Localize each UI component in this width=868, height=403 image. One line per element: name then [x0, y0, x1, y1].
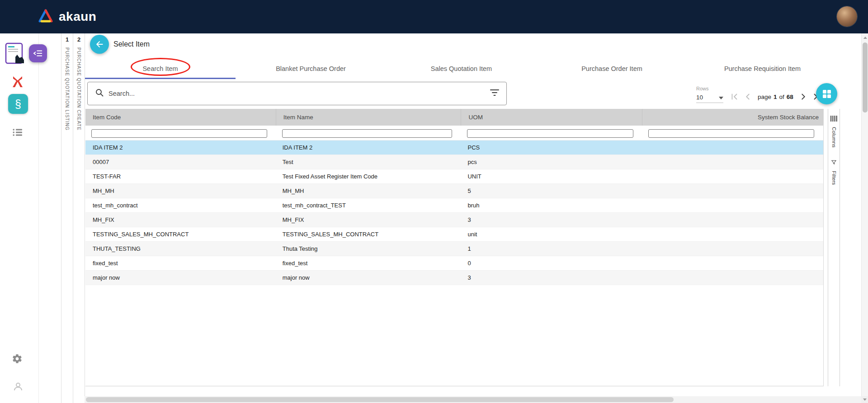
rows-per-page-select[interactable]: 10 [696, 94, 723, 103]
tab-bar: Search ItemBlanket Purchase OrderSales Q… [85, 59, 838, 79]
cell-uom: UNIT [461, 173, 642, 180]
table-tools-panel: Columns Filters [828, 109, 840, 386]
chevron-left-icon [743, 92, 753, 102]
cell-item-code: test_mh_contract [85, 202, 276, 209]
table-row[interactable]: TEST-FARTest Fixed Asset Register Item C… [85, 169, 823, 184]
settings-gear-icon[interactable] [12, 353, 23, 366]
cell-item-name: MH_FIX [276, 216, 462, 223]
brand-logo[interactable]: akaun [38, 9, 96, 24]
cell-item-code: fixed_test [85, 260, 276, 267]
back-button[interactable] [90, 35, 109, 54]
list-icon[interactable] [13, 128, 23, 138]
cell-item-code: major now [85, 274, 276, 281]
main-content: Select Item Search ItemBlanket Purchase … [85, 33, 861, 403]
grid-view-button[interactable] [816, 83, 837, 104]
filter-input-uom[interactable] [467, 129, 633, 138]
filter-cell-uom [461, 126, 642, 140]
table-row[interactable]: MH_FIXMH_FIX3 [85, 213, 823, 227]
tab-blanket-purchase-order[interactable]: Blanket Purchase Order [236, 59, 386, 79]
scroll-down-icon[interactable] [861, 396, 868, 403]
table-row[interactable]: fixed_testfixed_test0 [85, 256, 823, 271]
brand-name: akaun [59, 9, 96, 24]
cell-item-code: THUTA_TESTING [85, 245, 276, 252]
cell-item-name: Test Fixed Asset Register Item Code [276, 173, 462, 180]
account-person-icon[interactable] [13, 381, 24, 394]
tab-purchase-requisition-item[interactable]: Purchase Requisition Item [687, 59, 838, 79]
items-table: Item CodeItem NameUOMSystem Stock Balanc… [85, 109, 824, 386]
cell-uom: unit [461, 231, 642, 238]
cell-item-name: Thuta Testing [276, 245, 462, 252]
arrow-left-icon [95, 40, 104, 49]
cell-item-name: fixed_test [276, 260, 462, 267]
red-app-icon[interactable] [11, 75, 24, 90]
page-indicator: page 1 of 68 [758, 94, 793, 100]
filter-cell-system-stock-balance [642, 126, 823, 140]
filter-input-item-name[interactable] [282, 129, 453, 138]
horizontal-scrollbar[interactable] [85, 396, 861, 403]
table-row[interactable]: test_mh_contracttest_mh_contract_TESTbru… [85, 198, 823, 213]
cell-uom: 1 [461, 245, 642, 252]
workspace-tab-label: PURCHASE QUOTATION LISTING [65, 47, 70, 131]
tab-search-item[interactable]: Search Item [85, 59, 236, 79]
horizontal-scrollbar-thumb[interactable] [86, 397, 674, 402]
columns-toggle[interactable]: Columns [831, 127, 837, 147]
menu-expand-button[interactable] [29, 44, 47, 62]
column-header-uom[interactable]: UOM [461, 109, 642, 126]
section-app-icon[interactable]: § [8, 94, 28, 114]
vertical-scrollbar[interactable] [861, 33, 868, 396]
workspace-tab-number: 1 [66, 36, 69, 43]
previous-page-button[interactable] [742, 91, 753, 102]
pagination-controls: page 1 of 68 [729, 90, 822, 103]
filters-icon[interactable] [831, 159, 837, 167]
search-box [87, 82, 507, 105]
column-header-item-name[interactable]: Item Name [276, 109, 462, 126]
app-thumbnail-icon[interactable] [5, 42, 25, 67]
tab-purchase-order-item[interactable]: Purchase Order Item [537, 59, 687, 79]
column-header-item-code[interactable]: Item Code [85, 109, 276, 126]
total-pages: 68 [787, 94, 793, 100]
workspace-tab-2[interactable]: 2 PURCHASE QUOTATION CREATE [73, 33, 85, 403]
cell-item-code: MH_MH [85, 187, 276, 194]
cell-item-name: test_mh_contract_TEST [276, 202, 462, 209]
table-row[interactable]: THUTA_TESTINGThuta Testing1 [85, 242, 823, 256]
columns-icon[interactable] [830, 115, 837, 123]
top-navbar: akaun [0, 0, 868, 33]
cell-item-name: TESTING_SALES_MH_CONTRACT [276, 231, 462, 238]
rows-per-page-label: Rows [696, 86, 709, 91]
caret-down-icon [719, 94, 723, 101]
table-row[interactable]: IDA ITEM 2IDA ITEM 2PCS [85, 141, 823, 155]
vertical-scrollbar-thumb[interactable] [863, 42, 868, 112]
page: { "navbar": { "brand": "akaun" }, "works… [0, 0, 868, 403]
user-avatar[interactable] [837, 6, 857, 27]
filter-icon[interactable] [490, 89, 499, 98]
table-header-row: Item CodeItem NameUOMSystem Stock Balanc… [85, 109, 823, 126]
tab-sales-quotation-item[interactable]: Sales Quotation Item [386, 59, 537, 79]
workspace-tab-label: PURCHASE QUOTATION CREATE [76, 47, 81, 131]
filter-cell-item-name [276, 126, 462, 140]
next-page-button[interactable] [798, 91, 809, 102]
current-page: 1 [774, 94, 777, 100]
cell-uom: 0 [461, 260, 642, 267]
table-row[interactable]: TESTING_SALES_MH_CONTRACTTESTING_SALES_M… [85, 227, 823, 242]
left-sidebar: § [0, 33, 39, 403]
akaun-triangle-icon [38, 9, 53, 24]
column-header-system-stock-balance[interactable]: System Stock Balance [642, 109, 823, 126]
filters-toggle[interactable]: Filters [831, 171, 837, 185]
table-row[interactable]: MH_MHMH_MH5 [85, 184, 823, 198]
scroll-up-icon[interactable] [862, 34, 868, 41]
workspace-tab-1[interactable]: 1 PURCHASE QUOTATION LISTING [61, 33, 73, 403]
cell-item-name: Test [276, 159, 462, 165]
filter-cell-item-code [85, 126, 276, 140]
search-input[interactable] [108, 90, 490, 97]
cell-uom: 3 [461, 274, 642, 281]
cell-uom: PCS [461, 144, 642, 151]
cell-item-code: IDA ITEM 2 [85, 144, 276, 151]
page-title: Select Item [113, 40, 150, 48]
filter-input-system-stock-balance[interactable] [648, 129, 814, 138]
cell-item-code: TESTING_SALES_MH_CONTRACT [85, 231, 276, 238]
table-row[interactable]: major nowmajor now3 [85, 271, 823, 285]
filter-input-item-code[interactable] [91, 129, 267, 138]
first-page-button[interactable] [729, 91, 740, 102]
cell-item-code: 00007 [85, 159, 276, 165]
table-row[interactable]: 00007Testpcs [85, 155, 823, 169]
